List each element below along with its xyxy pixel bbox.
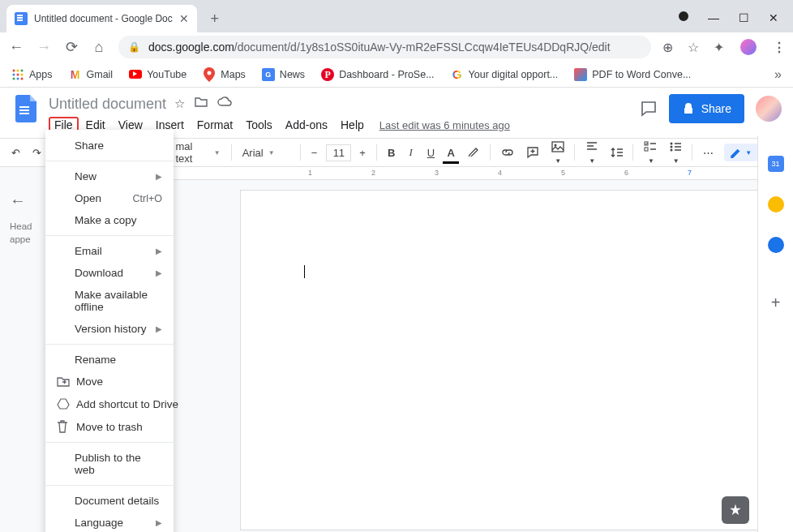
lock-icon: 🔒 [128, 41, 140, 53]
address-bar[interactable]: 🔒 docs.google.com/document/d/1y8s1oSS0it… [118, 36, 651, 58]
bookmark-gmail[interactable]: MGmail [69, 68, 114, 81]
profile-avatar-icon[interactable] [739, 37, 758, 57]
tab-close-icon[interactable]: ✕ [179, 12, 189, 25]
svg-point-2 [21, 69, 24, 71]
svg-point-1 [17, 69, 19, 71]
chevron-down-icon: ▼ [268, 149, 275, 157]
menu-share[interactable]: Share [45, 135, 174, 157]
line-spacing-icon[interactable] [606, 143, 628, 162]
docs-logo-icon[interactable] [11, 94, 41, 123]
insert-image-icon[interactable]: ▼ [547, 137, 568, 169]
outline-collapse-icon[interactable]: ← [10, 191, 34, 210]
browser-actions: ⊕ ☆ ✦ ⋮ [662, 37, 785, 57]
back-icon[interactable]: ← [8, 39, 24, 56]
docs-favicon [15, 12, 28, 25]
menu-add-shortcut[interactable]: Add shortcut to Drive [45, 393, 174, 415]
font-size-input[interactable]: 11 [326, 144, 351, 161]
menu-help[interactable]: Help [335, 117, 370, 133]
bookmark-pdf[interactable]: PDF to Word Conve... [574, 68, 691, 81]
insert-comment-icon[interactable] [521, 143, 543, 162]
paragraph-style-select[interactable]: mal text▼ [170, 139, 225, 166]
add-addon-icon[interactable]: + [771, 294, 781, 312]
editing-mode-button[interactable]: ▼ [724, 144, 758, 161]
menu-make-offline[interactable]: Make available offline [45, 284, 174, 318]
align-icon[interactable]: ▼ [581, 137, 602, 169]
svg-point-4 [17, 73, 19, 75]
menu-rename[interactable]: Rename [45, 349, 174, 371]
home-icon[interactable]: ⌂ [91, 39, 107, 56]
close-window-icon[interactable]: ✕ [769, 11, 778, 24]
zoom-icon[interactable]: ⊕ [662, 40, 673, 55]
bulleted-list-icon[interactable]: ▼ [664, 137, 686, 169]
bookmark-dashboard[interactable]: PDashboard - ProSe... [321, 68, 434, 81]
increase-font-icon[interactable]: + [354, 144, 371, 162]
minimize-icon[interactable]: — [708, 11, 719, 24]
drive-shortcut-icon [57, 397, 76, 410]
menu-open[interactable]: OpenCtrl+O [45, 187, 174, 209]
bookmarks-overflow-icon[interactable]: » [774, 67, 782, 82]
google-icon: G [451, 68, 464, 81]
maximize-icon[interactable]: ☐ [739, 11, 749, 24]
menu-tools[interactable]: Tools [240, 117, 278, 133]
window-controls: — ☐ ✕ [679, 11, 793, 32]
document-title[interactable]: Untitled document [49, 96, 166, 113]
highlight-icon[interactable] [462, 143, 484, 162]
menu-email[interactable]: Email▶ [45, 240, 174, 262]
font-select[interactable]: Arial▼ [238, 145, 294, 161]
move-document-icon[interactable] [195, 97, 208, 111]
last-edit-link[interactable]: Last edit was 6 minutes ago [379, 119, 510, 131]
menu-download[interactable]: Download▶ [45, 262, 174, 284]
tasks-icon[interactable] [768, 237, 784, 253]
account-avatar-icon[interactable] [756, 96, 782, 122]
more-tools-icon[interactable]: ⋯ [698, 144, 718, 162]
svg-point-9 [208, 71, 212, 75]
extensions-icon[interactable]: ✦ [714, 40, 724, 55]
bookmark-digital[interactable]: GYour digital opport... [451, 68, 559, 81]
keep-icon[interactable] [768, 196, 784, 212]
text-color-icon[interactable]: A [443, 144, 460, 162]
bookmark-youtube[interactable]: YouTube [129, 68, 186, 81]
chevron-right-icon: ▶ [156, 518, 162, 527]
menu-move-trash[interactable]: Move to trash [45, 415, 174, 438]
bookmark-news[interactable]: GNews [262, 68, 305, 81]
explore-button[interactable] [722, 496, 749, 524]
menu-addons[interactable]: Add-ons [280, 117, 333, 133]
checklist-icon[interactable]: ▼ [639, 137, 661, 169]
bookmark-maps[interactable]: Maps [203, 68, 246, 81]
comments-icon[interactable] [640, 100, 658, 118]
youtube-icon [129, 68, 142, 81]
bookmark-apps[interactable]: Apps [11, 68, 53, 81]
menu-move[interactable]: Move [45, 371, 174, 393]
decrease-font-icon[interactable]: − [306, 144, 323, 162]
star-icon[interactable]: ☆ [688, 40, 699, 55]
calendar-icon[interactable] [768, 156, 784, 172]
bold-icon[interactable]: B [383, 144, 400, 162]
chevron-right-icon: ▶ [156, 247, 162, 255]
reload-icon[interactable]: ⟳ [63, 38, 79, 56]
undo-icon[interactable]: ↶ [6, 144, 24, 162]
menu-doc-details[interactable]: Document details [45, 490, 174, 512]
share-button[interactable]: Share [669, 94, 744, 123]
browser-tab[interactable]: Untitled document - Google Doc ✕ [6, 5, 197, 32]
account-indicator-icon[interactable] [679, 11, 688, 21]
menu-make-copy[interactable]: Make a copy [45, 209, 174, 231]
cloud-status-icon[interactable] [217, 97, 232, 111]
document-page[interactable] [240, 190, 759, 530]
browser-tab-strip: Untitled document - Google Doc ✕ + — ☐ ✕ [0, 0, 793, 32]
svg-point-7 [17, 77, 19, 79]
outline-panel: ← Headappe [0, 167, 44, 532]
menu-publish[interactable]: Publish to the web [45, 447, 174, 481]
redo-icon[interactable]: ↷ [28, 144, 45, 162]
tab-title: Untitled document - Google Doc [34, 13, 173, 24]
forward-icon: → [36, 39, 52, 56]
insert-link-icon[interactable] [496, 143, 518, 162]
new-tab-button[interactable]: + [204, 7, 226, 30]
menu-version-history[interactable]: Version history▶ [45, 318, 174, 340]
italic-icon[interactable]: I [403, 143, 419, 162]
menu-format[interactable]: Format [191, 117, 238, 133]
menu-new[interactable]: New▶ [45, 165, 174, 187]
browser-menu-icon[interactable]: ⋮ [773, 40, 785, 55]
menu-language[interactable]: Language▶ [45, 512, 174, 532]
underline-icon[interactable]: U [422, 144, 439, 162]
star-document-icon[interactable]: ☆ [174, 97, 185, 111]
